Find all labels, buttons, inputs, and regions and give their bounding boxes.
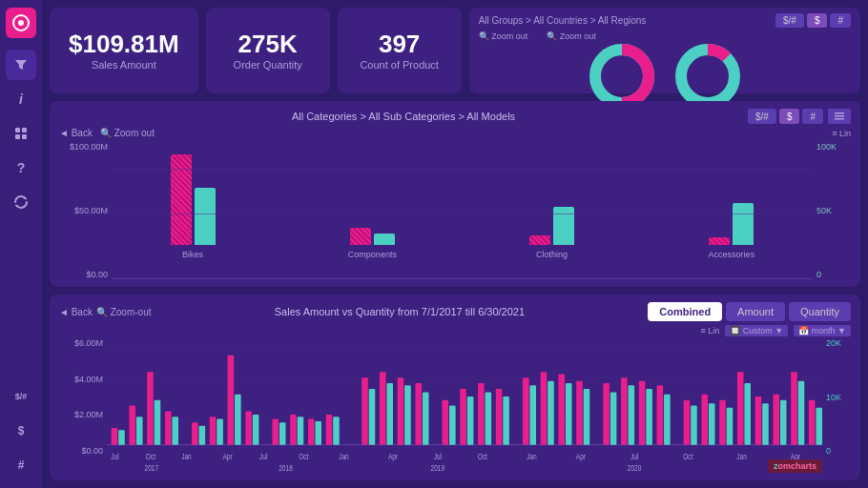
svg-text:Apr: Apr — [576, 452, 587, 461]
y-right-2: 0 — [826, 446, 851, 456]
svg-rect-84 — [762, 403, 769, 444]
svg-rect-19 — [112, 428, 118, 445]
logo[interactable] — [6, 8, 36, 38]
svg-rect-60 — [529, 385, 536, 444]
svg-text:Oct: Oct — [478, 452, 488, 461]
kpi-quantity-label: Order Quantity — [234, 59, 302, 71]
kpi-product-label: Count of Product — [360, 59, 439, 71]
svg-rect-62 — [548, 381, 554, 445]
svg-rect-77 — [701, 395, 708, 445]
svg-rect-49 — [415, 383, 422, 445]
bottom-zoom-btn[interactable]: 🔍 Zoom-out — [96, 307, 152, 317]
pie-chart-left — [589, 43, 655, 110]
svg-rect-46 — [386, 383, 393, 445]
svg-rect-85 — [773, 395, 779, 445]
bar-components-sales — [350, 228, 371, 245]
bar-group-clothing: Clothing — [471, 207, 633, 259]
svg-rect-35 — [272, 419, 279, 445]
top-row: $109.81M Sales Amount 275K Order Quantit… — [50, 8, 860, 93]
svg-rect-3 — [22, 128, 27, 132]
svg-rect-64 — [566, 383, 572, 445]
svg-text:Jul: Jul — [630, 452, 639, 461]
svg-text:Oct: Oct — [299, 452, 309, 461]
sidebar-item-dollar[interactable]: $ — [6, 416, 36, 446]
svg-rect-26 — [172, 417, 178, 444]
sidebar-item-help[interactable]: ? — [6, 152, 36, 183]
svg-rect-44 — [369, 389, 376, 445]
bar-btn-dollar[interactable]: $ — [779, 109, 800, 124]
bar-y-axis-left: $100.00M $50.00M $0.00 — [59, 142, 112, 279]
svg-rect-55 — [478, 383, 485, 445]
pie-chart-right — [674, 43, 741, 110]
bottom-custom-btn[interactable]: 🔲 Custom ▼ — [725, 325, 788, 336]
bar-y-label-0: $100.00M — [59, 142, 108, 152]
kpi-sales: $109.81M Sales Amount — [50, 8, 198, 93]
pie-charts — [479, 43, 851, 110]
svg-rect-89 — [809, 400, 816, 445]
sidebar-item-grid[interactable] — [6, 118, 36, 149]
sidebar-item-hash[interactable]: # — [6, 450, 36, 480]
svg-rect-82 — [744, 383, 751, 445]
bar-clothing-sales — [529, 235, 550, 245]
main-content: $109.81M Sales Amount 275K Order Quantit… — [42, 0, 868, 488]
pie-btn-hash[interactable]: # — [830, 13, 851, 28]
svg-rect-68 — [610, 392, 617, 444]
svg-rect-39 — [308, 419, 315, 445]
pie-btn-dollar-hash[interactable]: $/# — [775, 13, 804, 28]
pie-btn-dollar[interactable]: $ — [807, 13, 828, 28]
svg-text:Jul: Jul — [259, 452, 268, 461]
bottom-lin-label: ≡ Lin — [700, 326, 719, 336]
svg-rect-25 — [165, 411, 172, 444]
svg-rect-32 — [235, 395, 241, 445]
kpi-sales-label: Sales Amount — [92, 59, 156, 71]
svg-rect-50 — [423, 392, 429, 444]
bar-y-right-0: 100K — [816, 142, 851, 152]
svg-rect-30 — [217, 419, 223, 445]
grid-line-1 — [112, 169, 813, 170]
svg-rect-37 — [290, 415, 297, 445]
sidebar-item-filter[interactable] — [6, 50, 36, 80]
pie-charts-area: All Groups > All Countries > All Regions… — [469, 8, 860, 93]
svg-text:2019: 2019 — [431, 463, 445, 473]
y-left-2: $2.00M — [59, 410, 103, 419]
sidebar-item-sync[interactable] — [6, 187, 36, 217]
btn-amount[interactable]: Amount — [726, 302, 785, 321]
svg-rect-75 — [684, 400, 691, 445]
pie-zoom-left[interactable]: 🔍 Zoom out — [479, 31, 528, 41]
svg-rect-43 — [362, 377, 368, 445]
bar-lin-label: ≡ Lin — [832, 129, 851, 138]
bar-label-clothing: Clothing — [536, 250, 568, 259]
svg-rect-53 — [460, 389, 466, 445]
svg-text:Jan: Jan — [736, 452, 747, 461]
svg-text:Oct: Oct — [146, 452, 156, 461]
btn-combined[interactable]: Combined — [648, 302, 722, 321]
sidebar-item-info[interactable]: i — [6, 84, 36, 114]
bar-y-label-1: $50.00M — [59, 206, 108, 215]
kpi-quantity-value: 275K — [238, 30, 298, 58]
svg-text:Oct: Oct — [683, 452, 693, 461]
bar-zoom-btn[interactable]: 🔍 Zoom out — [100, 128, 155, 138]
svg-text:Jul: Jul — [111, 452, 119, 461]
bar-y-right-1: 50K — [816, 206, 851, 215]
bar-y-axis-right: 100K 50K 0 — [813, 142, 851, 279]
btn-quantity[interactable]: Quantity — [789, 302, 851, 321]
kpi-product: 397 Count of Product — [338, 8, 462, 93]
bar-bikes-quantity — [195, 188, 216, 245]
pie-zoom-right[interactable]: 🔍 Zoom out — [547, 31, 596, 41]
bar-accessories-sales — [709, 237, 730, 245]
bar-btn-hash[interactable]: # — [802, 109, 823, 124]
bar-btn-dollar-hash[interactable]: $/# — [748, 109, 776, 124]
bottom-y-right: 20K 10K 0 — [822, 338, 851, 473]
sidebar-item-dollar-hash[interactable]: $/# — [6, 381, 36, 412]
bottom-chart-svg: Jul Oct Jan Apr Jul Oct Jan Apr Jul Oct … — [107, 338, 822, 473]
combined-btns: Combined Amount Quantity — [648, 302, 851, 321]
bottom-chart-body: $6.00M $4.00M $2.00M $0.00 — [59, 338, 851, 473]
zmcharts-logo: zomcharts — [768, 459, 822, 473]
bottom-back-btn[interactable]: ◄ Back — [59, 307, 93, 317]
svg-point-1 — [18, 20, 24, 26]
kpi-sales-value: $109.81M — [69, 30, 179, 58]
bar-back-btn[interactable]: ◄ Back — [59, 128, 93, 138]
bottom-month-btn[interactable]: 📅 month ▼ — [794, 325, 851, 336]
svg-rect-2 — [15, 128, 20, 132]
bar-label-accessories: Accessories — [709, 250, 755, 259]
